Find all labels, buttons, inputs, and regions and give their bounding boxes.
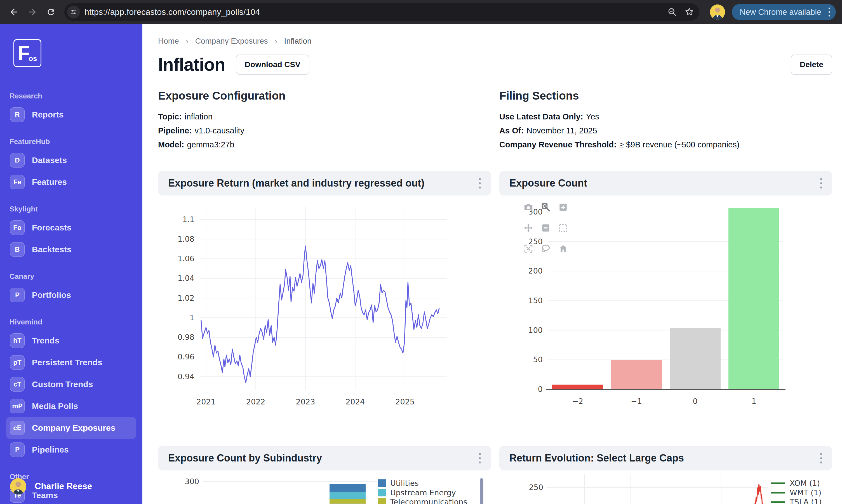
exposure-count-bar-−2[interactable] (552, 384, 603, 389)
svg-text:1.04: 1.04 (178, 274, 194, 283)
user-avatar (10, 478, 26, 494)
sidebar: F os ResearchRReportsFeatureHubDDatasets… (0, 24, 142, 504)
svg-text:Upstream Energy: Upstream Energy (390, 488, 456, 497)
sidebar-item-label: Persistent Trends (32, 358, 102, 367)
modebar-pan-icon[interactable] (523, 222, 534, 234)
zoom-out-page-icon[interactable] (667, 7, 677, 17)
exposure-return-chart: 0.940.960.9811.021.041.061.081.120212022… (158, 196, 491, 420)
svg-text:1: 1 (751, 397, 756, 406)
exposure-count-bar-−1[interactable] (611, 360, 662, 389)
sidebar-section-label-hivemind: Hivemind (10, 318, 136, 326)
exposure-return-card-header: Exposure Return (market and industry reg… (158, 171, 491, 196)
modebar-zoom-icon[interactable] (540, 202, 551, 213)
svg-text:0: 0 (538, 385, 543, 394)
stack-segment-telecommunications[interactable] (329, 499, 365, 504)
svg-text:2021: 2021 (196, 397, 216, 406)
exposure-count-card-title: Exposure Count (509, 177, 587, 189)
subindustry-card-header: Exposure Count by Subindustry (158, 446, 491, 470)
sidebar-item-portfolios[interactable]: PPortfolios (6, 284, 136, 306)
filing-sections-rows: Use Latest Data Only:YesAs Of:November 1… (499, 112, 832, 149)
main-content: Home›Company Exposures›Inflation Inflati… (142, 24, 842, 504)
legend-scrollbar[interactable] (480, 478, 483, 504)
breadcrumb: Home›Company Exposures›Inflation (158, 36, 832, 46)
site-info-button[interactable] (67, 5, 80, 18)
plotly-modebar (523, 202, 570, 257)
filing-row: Use Latest Data Only:Yes (499, 112, 832, 121)
exposure-configuration-section: Exposure Configuration Topic:inflationPi… (158, 90, 499, 154)
chrome-update-chip[interactable]: New Chrome available (732, 4, 836, 20)
svg-text:1.08: 1.08 (178, 235, 194, 243)
svg-text:2023: 2023 (296, 397, 315, 406)
modebar-autoscale-icon[interactable] (523, 243, 534, 254)
sidebar-item-custom-trends[interactable]: cTCustom Trends (6, 373, 136, 395)
breadcrumb-home[interactable]: Home (158, 37, 179, 46)
download-csv-button[interactable]: Download CSV (236, 55, 309, 75)
modebar-zoom-in-icon[interactable] (557, 202, 569, 213)
exposure-return-line-trace (201, 246, 440, 383)
chrome-update-label: New Chrome available (740, 7, 821, 17)
card-menu-kebab-icon[interactable] (477, 451, 483, 466)
legend-item-tsla-1-[interactable]: TSLA (1) (771, 498, 822, 504)
media-polls-badge-icon: mP (10, 399, 24, 413)
svg-text:0.98: 0.98 (178, 333, 194, 342)
stack-segment-upstream-energy[interactable] (329, 492, 365, 499)
modebar-camera-icon[interactable] (523, 202, 534, 213)
sidebar-item-company-exposures[interactable]: cECompany Exposures (6, 417, 136, 439)
browser-reload-button[interactable] (43, 4, 59, 20)
card-menu-kebab-icon[interactable] (818, 451, 824, 466)
sidebar-item-backtests[interactable]: BBacktests (6, 238, 136, 260)
svg-text:300: 300 (185, 477, 199, 486)
features-badge-icon: Fe (10, 175, 24, 190)
legend-item-utilities[interactable]: Utilities (378, 479, 419, 487)
modebar-reset-home-icon[interactable] (557, 243, 569, 254)
modebar-box-select-icon[interactable] (557, 222, 569, 234)
config-row: Pipeline:v1.0-causality (158, 126, 499, 136)
sidebar-item-media-polls[interactable]: mPMedia Polls (6, 395, 136, 417)
app-logo[interactable]: F os (14, 39, 41, 67)
browser-profile-avatar[interactable] (710, 4, 725, 20)
legend-item-xom-1-[interactable]: XOM (1) (771, 479, 820, 487)
filing-sections-heading: Filing Sections (499, 90, 832, 102)
breadcrumb-company-exposures[interactable]: Company Exposures (195, 37, 268, 46)
sidebar-item-label: Features (32, 177, 67, 187)
exposure-count-bar-1[interactable] (729, 208, 780, 389)
charts-grid: Exposure Return (market and industry reg… (158, 171, 832, 504)
sidebar-item-persistent-trends[interactable]: pTPersistent Trends (6, 352, 136, 373)
url-bar[interactable]: https://app.forecastos.com/company_polls… (64, 3, 699, 21)
sidebar-item-reports[interactable]: RReports (6, 104, 136, 126)
card-menu-kebab-icon[interactable] (477, 176, 483, 191)
svg-text:100: 100 (528, 326, 543, 335)
return-evolution-chart: 250XOM (1)WMT (1)TSLA (1)NVDA (-1) (499, 470, 832, 504)
sidebar-item-trends[interactable]: hTTrends (6, 330, 136, 352)
svg-text:2024: 2024 (345, 397, 365, 406)
svg-text:WMT (1): WMT (1) (790, 488, 821, 497)
browser-back-button[interactable] (6, 4, 22, 20)
exposure-count-bar-0[interactable] (670, 328, 721, 389)
browser-menu-kebab-icon[interactable] (827, 6, 832, 18)
sidebar-item-pipelines[interactable]: PPipelines (6, 439, 136, 461)
delete-button[interactable]: Delete (791, 55, 832, 75)
legend-item-telecommunications[interactable]: Telecommunications (378, 498, 467, 504)
svg-text:1.06: 1.06 (178, 254, 194, 263)
exposure-count-card: Exposure Count 050100150200250300−2−101 (499, 171, 832, 420)
return-evolution-plot: 250XOM (1)WMT (1)TSLA (1)NVDA (-1) (499, 470, 832, 504)
modebar-zoom-out-icon[interactable] (540, 222, 551, 234)
legend-item-wmt-1-[interactable]: WMT (1) (771, 488, 821, 497)
info-grid: Exposure Configuration Topic:inflationPi… (158, 90, 832, 154)
sidebar-item-features[interactable]: FeFeatures (6, 171, 136, 193)
sidebar-item-forecasts[interactable]: FoForecasts (6, 217, 136, 238)
card-menu-kebab-icon[interactable] (818, 176, 824, 191)
stack-segment-utilities[interactable] (329, 484, 365, 492)
browser-forward-button[interactable] (24, 4, 40, 20)
sidebar-item-datasets[interactable]: DDatasets (6, 149, 136, 171)
exposure-return-card: Exposure Return (market and industry reg… (158, 171, 491, 420)
sidebar-item-label: Custom Trends (32, 380, 93, 389)
user-row[interactable]: Charlie Reese (10, 478, 92, 494)
modebar-lasso-icon[interactable] (540, 243, 551, 254)
bookmark-star-icon[interactable] (684, 7, 694, 17)
legend-item-upstream-energy[interactable]: Upstream Energy (378, 488, 456, 497)
breadcrumb-separator: › (186, 36, 189, 46)
user-name: Charlie Reese (35, 481, 92, 491)
subindustry-plot: 300250UtilitiesUpstream EnergyTelecommun… (158, 470, 491, 504)
url-text[interactable]: https://app.forecastos.com/company_polls… (85, 7, 667, 17)
